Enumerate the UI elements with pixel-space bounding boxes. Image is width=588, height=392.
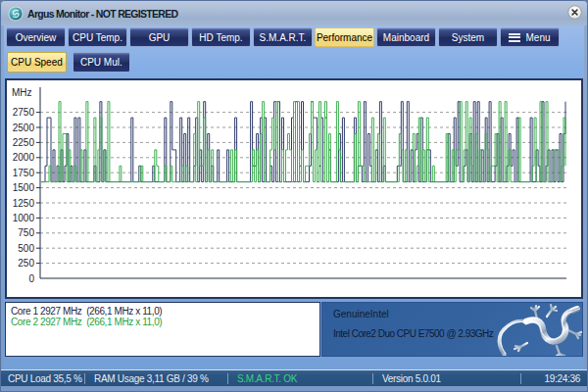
cpu-speed-chart: 0250500750100012501500175020002250250027… xyxy=(7,80,581,297)
y-tick-label: 1250 xyxy=(13,198,35,209)
app-icon xyxy=(8,6,24,22)
core2-speed-text: Core 2 2927 MHz (266,1 MHz x 11,0) xyxy=(11,318,315,327)
close-icon xyxy=(567,5,582,20)
status-smart-ok: S.M.A.R.T. OK xyxy=(237,373,297,384)
core1-speed-text: Core 1 2927 MHz (266,1 MHz x 11,0) xyxy=(11,307,315,317)
gecko-logo xyxy=(488,303,582,357)
y-tick-label: 250 xyxy=(18,258,34,269)
y-tick-label: 2000 xyxy=(13,152,35,163)
cpu-vendor-text: GenuineIntel xyxy=(333,309,389,319)
status-bar: CPU Load 35,5 % RAM Usage 3,11 GB / 39 %… xyxy=(1,369,587,386)
tab-system[interactable]: System xyxy=(438,27,498,47)
app-window: Argus Monitor - NOT REGISTERED Overview … xyxy=(0,0,588,392)
status-separator xyxy=(372,373,373,384)
y-tick-label: 2250 xyxy=(13,137,35,148)
window-title: Argus Monitor - NOT REGISTERED xyxy=(27,8,177,20)
tab-menu-label: Menu xyxy=(525,32,550,43)
cpu-name-text: Intel Core2 Duo CPU E7500 @ 2.93GHz xyxy=(333,328,493,339)
y-tick-label: 1750 xyxy=(13,168,35,178)
status-separator xyxy=(84,373,85,384)
tab-menu[interactable]: Menu xyxy=(500,27,560,47)
y-tick-label: 750 xyxy=(18,227,34,238)
status-version: Version 5.0.01 xyxy=(382,373,441,384)
status-cpu-load: CPU Load 35,5 % xyxy=(8,373,82,384)
y-axis-unit-label: MHz xyxy=(12,87,32,98)
tab-smart[interactable]: S.M.A.R.T. xyxy=(253,27,313,47)
y-tick-label: 1000 xyxy=(13,213,35,223)
status-separator xyxy=(227,373,228,384)
title-bar[interactable]: Argus Monitor - NOT REGISTERED xyxy=(1,1,587,25)
subtab-cpu-speed[interactable]: CPU Speed xyxy=(7,52,67,73)
tab-performance[interactable]: Performance xyxy=(315,27,374,47)
cpu-speed-graph-panel: 0250500750100012501500175020002250250027… xyxy=(5,78,583,299)
status-clock: 19:24:36 xyxy=(544,373,580,384)
tab-hd-temp[interactable]: HD Temp. xyxy=(191,27,251,47)
status-separator xyxy=(520,373,521,384)
client-area: Overview CPU Temp. GPU HD Temp. S.M.A.R.… xyxy=(4,25,584,386)
core-speed-info-box: Core 1 2927 MHz (266,1 MHz x 11,0) Core … xyxy=(5,302,320,357)
sub-tab-bar: CPU Speed CPU Mul. xyxy=(7,52,130,74)
close-button[interactable] xyxy=(567,5,582,20)
status-ram-usage: RAM Usage 3,11 GB / 39 % xyxy=(94,373,209,384)
y-tick-label: 1500 xyxy=(13,182,35,193)
y-tick-label: 0 xyxy=(28,273,34,284)
y-tick-label: 500 xyxy=(18,243,34,254)
hamburger-icon xyxy=(509,33,520,42)
cpu-info-box: GenuineIntel Intel Core2 Duo CPU E7500 @… xyxy=(321,302,583,357)
tab-overview[interactable]: Overview xyxy=(6,27,66,47)
tab-gpu[interactable]: GPU xyxy=(129,27,189,47)
tab-mainboard[interactable]: Mainboard xyxy=(376,27,436,47)
y-tick-label: 2750 xyxy=(13,107,35,118)
tab-cpu-temp[interactable]: CPU Temp. xyxy=(68,27,127,47)
subtab-cpu-mul[interactable]: CPU Mul. xyxy=(73,52,130,73)
main-tab-bar: Overview CPU Temp. GPU HD Temp. S.M.A.R.… xyxy=(6,27,560,47)
y-tick-label: 2500 xyxy=(13,122,35,133)
